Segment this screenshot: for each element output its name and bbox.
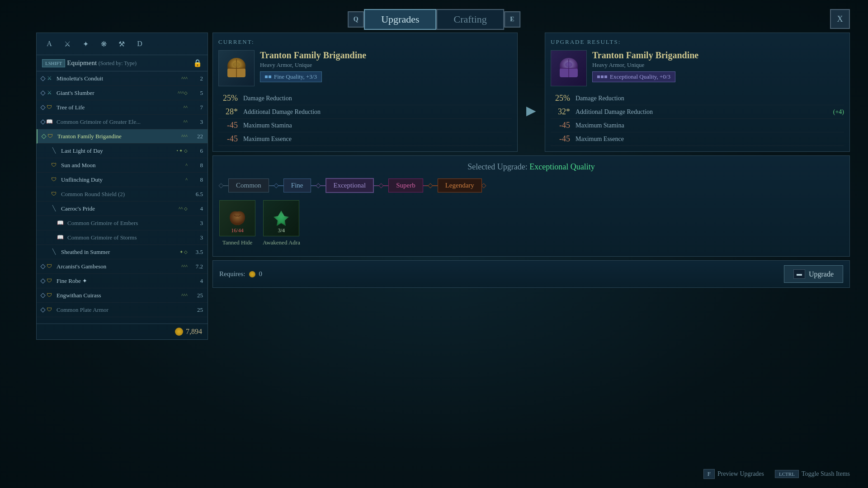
list-item[interactable]: ╲ Sheathed in Summer ✦ ◇ 3.5 (37, 245, 208, 259)
item-dots: ^ (185, 177, 188, 182)
material-thumb: 3/4 (263, 200, 299, 236)
crafting-icon[interactable]: ⚒ (114, 37, 129, 51)
item-list[interactable]: ⚔ Minoletta's Conduit ^^^ 2 ⚔ Giant's Sl… (37, 71, 208, 333)
stat-row: 28* Additional Damage Reduction (218, 105, 512, 119)
qual-badge-legendary[interactable]: Legendary (438, 178, 482, 192)
qual-diamond-start (218, 183, 223, 188)
armor-image (222, 54, 251, 83)
stat-value: -45 (218, 121, 243, 130)
list-item[interactable]: ╲ Caeroc's Pride ^^ ◇ 4 (37, 202, 208, 216)
inventory-icon-d[interactable]: D (132, 37, 147, 51)
list-item[interactable]: 🛡 Tree of Life ^^ 7 (37, 100, 208, 115)
list-item[interactable]: 🛡 Common Round Shield (2) 6.5 (37, 187, 208, 202)
close-button[interactable]: X (830, 9, 850, 29)
quality-dots-exc (597, 75, 607, 78)
material-count: 16/44 (220, 227, 255, 234)
item-dots: ^^ ◇ (179, 206, 188, 211)
lock-icon: 🔒 (193, 59, 202, 67)
hint-toggle-stash: LCTRL Toggle Stash Items (775, 470, 850, 478)
item-type-icon: 📖 (56, 219, 65, 228)
weapon-icon[interactable]: ⚔ (60, 37, 75, 51)
item-dots: ^^^ (181, 76, 188, 81)
current-item-name: Tranton Family Brigandine (260, 50, 366, 61)
list-item[interactable]: ⚔ Giant's Slumber ^^^◇ 5 (37, 86, 208, 100)
coin-total: 7,894 (37, 324, 208, 339)
list-item[interactable]: ⚔ Minoletta's Conduit ^^^ 2 (37, 71, 208, 86)
item-value: 3.5 (189, 249, 203, 256)
hint-key-lctrl: LCTRL (775, 470, 799, 478)
main-content: CURRENT: (212, 33, 850, 470)
item-value: 3 (189, 234, 203, 241)
qual-diamond-end (481, 183, 486, 188)
e-key[interactable]: E (504, 11, 520, 28)
quality-progression: Common Fine Exceptional Superb (219, 178, 843, 193)
item-name: Sun and Moon (61, 162, 184, 169)
item-dots: ^^^ (181, 293, 188, 298)
qdot (597, 75, 600, 78)
material-svg (270, 207, 292, 230)
current-stats: 25% Damage Reduction 28* Additional Dama… (218, 92, 512, 146)
qdot (265, 75, 268, 78)
inventory-icon-a[interactable]: A (42, 37, 57, 51)
upgrade-title: Selected Upgrade: Exceptional Quality (219, 162, 843, 172)
material-thumb: 16/44 (219, 200, 255, 236)
list-item[interactable]: 📖 Common Grimoire of Greater Ele... ^^ 3 (37, 115, 208, 129)
lshift-badge: LSHIFT (42, 59, 65, 67)
left-panel: A ⚔ ✦ ❋ ⚒ D LSHIFT Equipment (Sorted by:… (36, 33, 208, 340)
item-name: Common Grimoire of Greater Ele... (57, 118, 182, 126)
list-item[interactable]: ╲ Last Light of Day • ✦ ◇ 6 (37, 144, 208, 158)
upgrades-tab[interactable]: Upgrades (364, 9, 436, 30)
quality-badge-fine: Fine Quality, +3/3 (260, 71, 322, 82)
panels-row: CURRENT: (212, 33, 850, 152)
stat-value: 32* (551, 107, 576, 117)
material-name: Tanned Hide (222, 239, 253, 246)
list-item[interactable]: 🛡 Unflinching Duty ^ 8 (37, 173, 208, 187)
current-item-card: Tranton Family Brigandine Heavy Armor, U… (218, 50, 512, 86)
stat-value: 25% (551, 94, 576, 103)
item-name: Caeroc's Pride (61, 205, 177, 212)
list-item[interactable]: 📖 Common Grimoire of Embers 3 (37, 216, 208, 230)
stat-name: Maximum Stamina (576, 122, 624, 129)
item-name: Tree of Life (57, 104, 182, 111)
qual-diamond (378, 183, 383, 188)
upgrade-stats: 25% Damage Reduction 32* Additional Dama… (551, 92, 844, 146)
list-item[interactable]: 🛡 Arcanist's Gambeson ^^^ 7.2 (37, 259, 208, 274)
qdot (601, 75, 604, 78)
item-value: 7.2 (189, 263, 203, 270)
upgrade-title-label: Selected Upgrade: (467, 162, 527, 171)
list-item[interactable]: 🛡 Common Plate Armor 25 (37, 303, 208, 317)
item-dots: ^^ (184, 105, 188, 110)
item-type-icon: 🛡 (45, 277, 54, 286)
list-item-selected[interactable]: 🛡 Tranton Family Brigandine ^^^ 22 (37, 129, 208, 144)
total-coins: 7,894 (186, 328, 202, 336)
coin-icon-small (249, 271, 255, 277)
requires-label: Requires: (219, 270, 245, 278)
upgrade-item-info: Tranton Family Brigandine Heavy Armor, U… (592, 50, 698, 82)
qual-badge-exceptional[interactable]: Exceptional (326, 178, 374, 193)
list-item[interactable]: 🛡 Fine Robe ✦ 4 (37, 274, 208, 288)
current-panel: CURRENT: (212, 33, 518, 152)
crafting-tab[interactable]: Crafting (436, 9, 504, 30)
list-item[interactable]: 🛡 Engwithan Cuirass ^^^ 25 (37, 288, 208, 303)
list-item[interactable]: 🛡 Sun and Moon ^ 8 (37, 158, 208, 173)
skills-icon[interactable]: ✦ (78, 37, 93, 51)
qual-badge-fine[interactable]: Fine (283, 178, 311, 192)
qual-common-node: Common Fine Exceptional Superb (219, 178, 486, 193)
item-dots: ^ (185, 163, 188, 168)
svg-point-9 (565, 62, 572, 67)
item-type-icon: 🛡 (46, 132, 55, 141)
item-name: Giant's Slumber (57, 89, 176, 97)
spells-icon[interactable]: ❋ (96, 37, 111, 51)
qual-diamond (316, 183, 321, 188)
list-item[interactable]: 📖 Common Grimoire of Storms 3 (37, 230, 208, 245)
equipment-label: Equipment (Sorted by: Type) (67, 59, 137, 67)
qual-badge-common[interactable]: Common (228, 178, 269, 192)
upgrade-button[interactable]: ▬ Upgrade (784, 265, 843, 283)
qual-badge-superb[interactable]: Superb (388, 178, 423, 192)
q-key[interactable]: Q (348, 11, 364, 28)
item-value: 8 (189, 162, 203, 169)
item-value: 5 (189, 89, 203, 97)
hint-key-f: F (703, 469, 715, 479)
qdot (604, 75, 607, 78)
current-label: CURRENT: (218, 38, 512, 46)
